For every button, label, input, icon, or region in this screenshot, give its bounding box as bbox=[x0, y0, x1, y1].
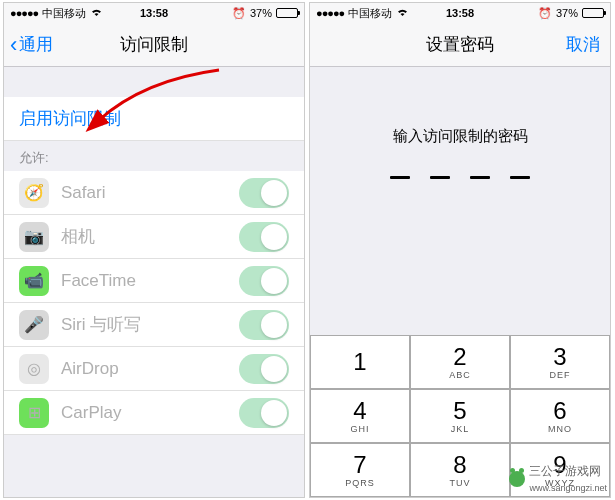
toggle-switch[interactable] bbox=[239, 222, 289, 252]
keypad-key-4[interactable]: 4GHI bbox=[310, 389, 410, 443]
app-icon: 📹 bbox=[19, 266, 49, 296]
signal-dots: ●●●●● bbox=[316, 7, 344, 19]
keypad-key-8[interactable]: 8TUV bbox=[410, 443, 510, 497]
keypad-key-2[interactable]: 2ABC bbox=[410, 335, 510, 389]
wifi-icon bbox=[396, 7, 409, 19]
passcode-dash bbox=[510, 176, 530, 179]
watermark-logo-icon bbox=[509, 471, 525, 487]
app-label: CarPlay bbox=[61, 403, 239, 423]
key-letters: TUV bbox=[450, 478, 471, 488]
keypad-key-6[interactable]: 6MNO bbox=[510, 389, 610, 443]
keypad-key-3[interactable]: 3DEF bbox=[510, 335, 610, 389]
key-letters: DEF bbox=[550, 370, 571, 380]
key-letters: MNO bbox=[548, 424, 572, 434]
key-letters: JKL bbox=[451, 424, 470, 434]
keypad-key-7[interactable]: 7PQRS bbox=[310, 443, 410, 497]
app-icon: ◎ bbox=[19, 354, 49, 384]
app-icon: 📷 bbox=[19, 222, 49, 252]
toggle-switch[interactable] bbox=[239, 354, 289, 384]
key-number: 3 bbox=[553, 345, 566, 369]
alarm-icon: ⏰ bbox=[538, 7, 552, 20]
key-number: 5 bbox=[453, 399, 466, 423]
app-icon: ⊞ bbox=[19, 398, 49, 428]
toggle-switch[interactable] bbox=[239, 398, 289, 428]
passcode-area: 输入访问限制的密码 bbox=[310, 67, 610, 179]
app-icon: 🎤 bbox=[19, 310, 49, 340]
apps-list: 🧭 Safari 📷 相机 📹 FaceTime 🎤 Siri 与听写 ◎ Ai… bbox=[4, 171, 304, 435]
battery-pct: 37% bbox=[250, 7, 272, 19]
page-title: 设置密码 bbox=[310, 33, 610, 56]
app-label: Siri 与听写 bbox=[61, 313, 239, 336]
app-cell[interactable]: ◎ AirDrop bbox=[4, 347, 304, 391]
app-label: AirDrop bbox=[61, 359, 239, 379]
toggle-switch[interactable] bbox=[239, 178, 289, 208]
enable-restrictions-label: 启用访问限制 bbox=[19, 107, 121, 130]
status-bar: ●●●●● 中国移动 13:58 ⏰ 37% bbox=[310, 3, 610, 23]
nav-bar: 设置密码 取消 bbox=[310, 23, 610, 67]
back-label: 通用 bbox=[19, 33, 53, 56]
cancel-button[interactable]: 取消 bbox=[566, 33, 600, 56]
chevron-left-icon: ‹ bbox=[10, 34, 17, 56]
battery-icon bbox=[582, 8, 604, 18]
key-number: 7 bbox=[353, 453, 366, 477]
clock: 13:58 bbox=[446, 7, 474, 19]
app-label: Safari bbox=[61, 183, 239, 203]
app-label: 相机 bbox=[61, 225, 239, 248]
enable-restrictions-cell[interactable]: 启用访问限制 bbox=[4, 97, 304, 141]
keypad-key-1[interactable]: 1 bbox=[310, 335, 410, 389]
passcode-dash bbox=[390, 176, 410, 179]
battery-pct: 37% bbox=[556, 7, 578, 19]
allow-header: 允许: bbox=[4, 141, 304, 171]
app-label: FaceTime bbox=[61, 271, 239, 291]
passcode-dashes bbox=[310, 176, 610, 179]
signal-dots: ●●●●● bbox=[10, 7, 38, 19]
key-letters: ABC bbox=[449, 370, 471, 380]
watermark: 三公子游戏网 www.sangongzi.net bbox=[509, 463, 607, 494]
key-letters: GHI bbox=[350, 424, 369, 434]
key-number: 2 bbox=[453, 345, 466, 369]
toggle-switch[interactable] bbox=[239, 310, 289, 340]
key-number: 1 bbox=[353, 350, 366, 374]
watermark-url: www.sangongzi.net bbox=[529, 483, 607, 493]
passcode-dash bbox=[430, 176, 450, 179]
clock: 13:58 bbox=[140, 7, 168, 19]
watermark-brand: 三公子游戏网 bbox=[529, 464, 601, 478]
app-cell[interactable]: ⊞ CarPlay bbox=[4, 391, 304, 435]
carrier-label: 中国移动 bbox=[42, 6, 86, 21]
toggle-switch[interactable] bbox=[239, 266, 289, 296]
passcode-prompt: 输入访问限制的密码 bbox=[310, 127, 610, 146]
carrier-label: 中国移动 bbox=[348, 6, 392, 21]
wifi-icon bbox=[90, 7, 103, 19]
back-button[interactable]: ‹ 通用 bbox=[4, 33, 53, 56]
key-letters: PQRS bbox=[345, 478, 375, 488]
status-bar: ●●●●● 中国移动 13:58 ⏰ 37% bbox=[4, 3, 304, 23]
passcode-dash bbox=[470, 176, 490, 179]
app-cell[interactable]: 🧭 Safari bbox=[4, 171, 304, 215]
app-cell[interactable]: 📹 FaceTime bbox=[4, 259, 304, 303]
phone-right: ●●●●● 中国移动 13:58 ⏰ 37% 设置密码 取消 输入访问限制的密码… bbox=[309, 2, 611, 498]
key-number: 4 bbox=[353, 399, 366, 423]
alarm-icon: ⏰ bbox=[232, 7, 246, 20]
nav-bar: ‹ 通用 访问限制 bbox=[4, 23, 304, 67]
app-icon: 🧭 bbox=[19, 178, 49, 208]
key-number: 8 bbox=[453, 453, 466, 477]
battery-icon bbox=[276, 8, 298, 18]
app-cell[interactable]: 📷 相机 bbox=[4, 215, 304, 259]
keypad-key-5[interactable]: 5JKL bbox=[410, 389, 510, 443]
phone-left: ●●●●● 中国移动 13:58 ⏰ 37% ‹ 通用 访问限制 启用访问限制 … bbox=[3, 2, 305, 498]
key-number: 6 bbox=[553, 399, 566, 423]
app-cell[interactable]: 🎤 Siri 与听写 bbox=[4, 303, 304, 347]
